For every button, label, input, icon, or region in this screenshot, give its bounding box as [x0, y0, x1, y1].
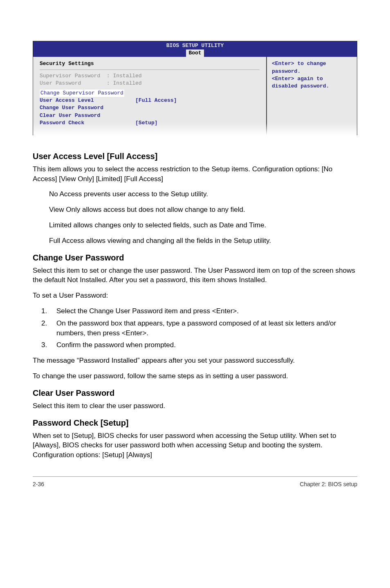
bios-ual-label: User Access Level — [40, 97, 94, 103]
option-full-access: Full Access allows viewing and changing … — [49, 236, 357, 246]
heading-user-access-level: User Access Level [Full Access] — [33, 152, 357, 161]
list-item: Select the Change User Password item and… — [49, 306, 357, 316]
bios-pwcheck-value: [Setup] — [135, 120, 158, 126]
bios-userpw-label: User Password — [40, 80, 81, 86]
bios-help-line2: password. — [272, 68, 352, 75]
paragraph-cup-2: To set a User Password: — [33, 291, 357, 301]
paragraph-cup-1: Select this item to set or change the us… — [33, 266, 357, 285]
bios-screenshot: BIOS SETUP UTILITY Boot Security Setting… — [33, 41, 357, 135]
paragraph-pc-1: When set to [Setup], BIOS checks for use… — [33, 431, 357, 460]
bios-change-user: Change User Password — [40, 105, 103, 111]
heading-password-check: Password Check [Setup] — [33, 418, 357, 428]
paragraph-ual-intro: This item allows you to select the acces… — [33, 164, 357, 184]
option-no-access: No Access prevents user access to the Se… — [49, 189, 357, 199]
option-limited: Limited allows changes only to selected … — [49, 220, 357, 230]
bios-pwcheck-label: Password Check — [40, 120, 84, 126]
bios-supervisor-label: Supervisor Password — [40, 73, 100, 79]
paragraph-clup-1: Select this item to clear the user passw… — [33, 401, 357, 411]
heading-change-user-password: Change User Password — [33, 253, 357, 263]
bios-ual-value: [Full Access] — [135, 97, 177, 103]
list-item: On the password box that appears, type a… — [49, 319, 357, 338]
list-item: Confirm the password when prompted. — [49, 340, 357, 350]
bios-help-line3: <Enter> again to — [272, 75, 352, 83]
ordered-list-set-password: Select the Change User Password item and… — [41, 306, 357, 350]
bios-help-line1: <Enter> to change — [272, 60, 352, 67]
bios-tab-boot: Boot — [186, 49, 204, 57]
bios-title: BIOS SETUP UTILITY — [166, 43, 224, 49]
bios-supervisor-value: : Installed — [107, 73, 142, 79]
bios-help-pane: <Enter> to change password. <Enter> agai… — [267, 57, 357, 135]
bios-change-supervisor: Change Supervisor Password — [40, 90, 124, 97]
paragraph-cup-4: To change the user password, follow the … — [33, 371, 357, 381]
bios-left-pane: Security Settings Supervisor Password : … — [33, 57, 267, 135]
bios-clear-user: Clear User Password — [40, 112, 100, 119]
bios-header: BIOS SETUP UTILITY Boot — [33, 41, 357, 57]
bios-help-line4: disabled password. — [272, 83, 352, 90]
bios-section-title: Security Settings — [40, 60, 260, 70]
paragraph-cup-3: The message “Password Installed” appears… — [33, 356, 357, 366]
bios-userpw-value: : Installed — [107, 80, 142, 86]
heading-clear-user-password: Clear User Password — [33, 388, 357, 398]
footer-page-number: 2-36 — [33, 481, 44, 487]
option-view-only: View Only allows access but does not all… — [49, 205, 357, 215]
footer-chapter: Chapter 2: BIOS setup — [300, 481, 357, 487]
page-footer: 2-36 Chapter 2: BIOS setup — [33, 476, 357, 487]
